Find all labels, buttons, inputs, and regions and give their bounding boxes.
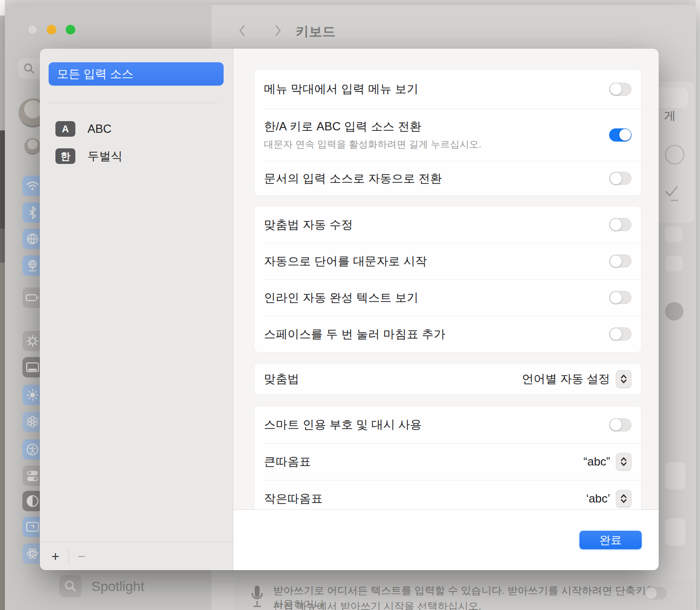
spotlight-icon bbox=[59, 575, 82, 597]
setting-label: 인라인 자동 완성 텍스트 보기 bbox=[264, 290, 419, 305]
sidebar-footer: + − bbox=[40, 541, 233, 570]
modal-content: 메뉴 막대에서 입력 메뉴 보기 한/A 키로 ABC 입력 소스 전환 대문자… bbox=[233, 49, 659, 570]
dictation-toggle bbox=[645, 587, 667, 600]
background-stepper-fragment bbox=[665, 256, 682, 271]
background-circle-fragment bbox=[665, 145, 684, 164]
setting-label: 맞춤법 bbox=[264, 371, 299, 387]
auto-switch-input-toggle[interactable] bbox=[609, 172, 631, 185]
setting-label: 맞춤법 자동 수정 bbox=[264, 217, 353, 233]
sidebar-item-spotlight: Spotlight bbox=[91, 579, 144, 594]
setting-label: 스마트 인용 부호 및 대시 사용 bbox=[264, 417, 422, 432]
popup-value: 언어별 자동 설정 bbox=[522, 371, 610, 387]
back-icon bbox=[237, 24, 247, 37]
setting-row: 메뉴 막대에서 입력 메뉴 보기 bbox=[254, 70, 641, 108]
list-item-dubeolsik[interactable]: 한 두벌식 bbox=[55, 148, 122, 164]
background-check-fragment bbox=[664, 184, 681, 203]
chevron-up-down-icon bbox=[616, 370, 631, 388]
setting-label: 작은따옴표 bbox=[264, 491, 323, 506]
chevron-up-down-icon bbox=[616, 490, 631, 507]
toggle-knob bbox=[646, 588, 657, 599]
toggle-knob bbox=[610, 173, 622, 184]
divider bbox=[48, 103, 218, 103]
background-stepper-fragment bbox=[665, 227, 682, 242]
toggle-knob bbox=[610, 83, 622, 95]
sidebar-item-all-input-sources[interactable]: 모든 입력 소스 bbox=[49, 62, 224, 86]
background-circle-fragment bbox=[665, 302, 683, 321]
setting-row: 스페이스를 두 번 눌러 마침표 추가 bbox=[254, 316, 641, 352]
toggle-knob bbox=[610, 292, 622, 304]
auto-capitalize-toggle[interactable] bbox=[609, 254, 631, 268]
close-button[interactable] bbox=[28, 25, 37, 35]
add-input-source-button[interactable]: + bbox=[46, 542, 65, 570]
toggle-knob bbox=[610, 328, 622, 340]
toggle-knob bbox=[610, 419, 622, 431]
forward-icon bbox=[273, 24, 283, 37]
caps-lock-switch-toggle[interactable] bbox=[609, 128, 631, 142]
remove-input-source-button[interactable]: − bbox=[72, 542, 91, 570]
spelling-popup[interactable]: 언어별 자동 설정 bbox=[522, 370, 631, 388]
autocorrect-toggle[interactable] bbox=[609, 218, 631, 231]
microphone-icon bbox=[250, 584, 264, 610]
setting-row: 큰따옴표 “abc” bbox=[254, 443, 641, 480]
setting-label: 한/A 키로 ABC 입력 소스 전환 bbox=[264, 119, 481, 134]
dictation-description-line2: 편집 메뉴에서 받아쓰기 시작을 선택하십시오. bbox=[273, 599, 657, 610]
desktop-edge-right bbox=[696, 0, 700, 610]
page-title: 키보드 bbox=[296, 23, 336, 40]
popup-value: ‘abc’ bbox=[586, 492, 610, 505]
setting-label: 자동으로 단어를 대문자로 시작 bbox=[264, 253, 427, 269]
modal-footer: 완료 bbox=[233, 510, 659, 570]
settings-group-typing: 맞춤법 자동 수정 자동으로 단어를 대문자로 시작 인라인 자동 완성 텍스트… bbox=[254, 206, 642, 353]
screen: { "window": { "title": "키보드" }, "backgro… bbox=[0, 0, 700, 610]
setting-row: 자동으로 단어를 대문자로 시작 bbox=[254, 243, 641, 279]
input-source-badge: A bbox=[55, 121, 75, 137]
list-item-abc[interactable]: A ABC bbox=[55, 121, 111, 137]
modal-sidebar: 모든 입력 소스 A ABC 한 두벌식 + − bbox=[40, 49, 233, 570]
minimize-button[interactable] bbox=[47, 25, 56, 35]
divider bbox=[69, 549, 69, 564]
double-space-period-toggle[interactable] bbox=[609, 327, 631, 341]
show-input-menu-toggle[interactable] bbox=[609, 83, 631, 96]
background-chip-fragment bbox=[665, 462, 685, 489]
setting-row: 스마트 인용 부호 및 대시 사용 bbox=[254, 406, 641, 443]
setting-label: 스페이스를 두 번 눌러 마침표 추가 bbox=[264, 326, 445, 342]
background-chip-fragment bbox=[665, 519, 685, 546]
input-sources-modal: 모든 입력 소스 A ABC 한 두벌식 + − 메뉴 막대에서 입력 메뉴 보… bbox=[40, 49, 659, 570]
smart-quotes-toggle[interactable] bbox=[609, 418, 631, 431]
dictation-section: 받아쓰기로 어디서든 텍스트를 입력할 수 있습니다. 받아쓰기를 시작하려면 … bbox=[233, 579, 694, 610]
input-source-label: ABC bbox=[88, 122, 111, 136]
popup-value: “abc” bbox=[583, 455, 610, 468]
family-avatar-1 bbox=[24, 138, 41, 155]
setting-row: 맞춤법 자동 수정 bbox=[254, 206, 641, 243]
double-quote-popup[interactable]: “abc” bbox=[583, 453, 631, 470]
setting-label: 문서의 입력 소스로 자동으로 전환 bbox=[264, 171, 442, 186]
settings-group-quotes: 스마트 인용 부호 및 대시 사용 큰따옴표 “abc” 작은따옴표 ‘abc’ bbox=[254, 406, 642, 518]
setting-row: 문서의 입력 소스로 자동으로 전환 bbox=[254, 161, 641, 196]
search-icon bbox=[23, 62, 35, 75]
single-quote-popup[interactable]: ‘abc’ bbox=[586, 490, 631, 507]
desktop-edge-left bbox=[0, 0, 5, 610]
inline-predictive-text-toggle[interactable] bbox=[609, 291, 631, 304]
done-button[interactable]: 완료 bbox=[579, 531, 642, 549]
toggle-knob bbox=[610, 255, 622, 267]
setting-row: 한/A 키로 ABC 입력 소스 전환 대문자 연속 입력을 활성화하려면 길게… bbox=[254, 108, 641, 161]
toggle-knob bbox=[619, 129, 631, 141]
chevron-up-down-icon bbox=[616, 453, 631, 470]
settings-group-spelling: 맞춤법 언어별 자동 설정 bbox=[254, 363, 642, 395]
setting-row: 인라인 자동 완성 텍스트 보기 bbox=[254, 279, 641, 316]
setting-label: 메뉴 막대에서 입력 메뉴 보기 bbox=[264, 81, 419, 97]
input-source-label: 두벌식 bbox=[88, 148, 122, 164]
background-text-fragment: 게 bbox=[664, 108, 676, 124]
setting-subtitle: 대문자 연속 입력을 활성화하려면 길게 누르십시오. bbox=[264, 138, 481, 151]
zoom-button[interactable] bbox=[66, 25, 75, 35]
input-source-badge: 한 bbox=[55, 148, 75, 164]
setting-row: 맞춤법 언어별 자동 설정 bbox=[254, 363, 641, 395]
toggle-knob bbox=[610, 219, 622, 231]
settings-group-input-menu: 메뉴 막대에서 입력 메뉴 보기 한/A 키로 ABC 입력 소스 전환 대문자… bbox=[254, 69, 642, 196]
setting-label: 큰따옴표 bbox=[264, 454, 311, 469]
